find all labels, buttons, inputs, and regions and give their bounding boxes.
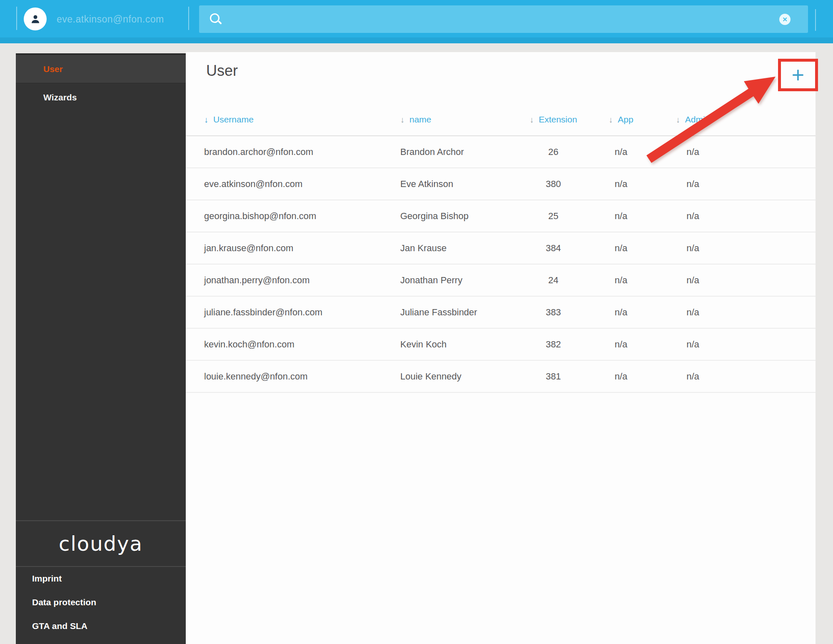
user-table: ↓Username↓name↓Extension↓App↓Admin brand… <box>186 104 816 393</box>
cell-name: Kevin Koch <box>400 328 521 360</box>
cell-filler <box>729 200 816 232</box>
topbar: eve.atkinson@nfon.com ✕ <box>0 0 833 43</box>
topbar-divider <box>188 7 189 30</box>
column-header-label: name <box>409 115 431 124</box>
cell-admin: n/a <box>656 136 729 168</box>
clear-search-icon[interactable]: ✕ <box>779 14 791 25</box>
sidebar-item-label: User <box>43 64 63 74</box>
footer-link-data-protection[interactable]: Data protection <box>32 597 186 608</box>
column-header-filler <box>729 104 816 136</box>
cell-name: Jan Krause <box>400 232 521 264</box>
cell-filler <box>729 264 816 296</box>
table-row[interactable]: juliane.fassbinder@nfon.comJuliane Fassb… <box>186 296 816 328</box>
cell-name: Juliane Fassbinder <box>400 296 521 328</box>
search-icon <box>209 12 222 26</box>
cell-name: Louie Kennedy <box>400 360 521 392</box>
column-header-app[interactable]: ↓App <box>586 104 656 136</box>
cell-username: eve.atkinson@nfon.com <box>186 168 400 200</box>
table-row[interactable]: kevin.koch@nfon.comKevin Koch382n/an/a <box>186 328 816 360</box>
cell-app: n/a <box>586 296 656 328</box>
table-header-row: ↓Username↓name↓Extension↓App↓Admin <box>186 104 816 136</box>
cell-name: Jonathan Perry <box>400 264 521 296</box>
cell-app: n/a <box>586 264 656 296</box>
sidebar: UserWizards cloudya ImprintData protecti… <box>16 53 186 644</box>
cell-extension: 384 <box>521 232 586 264</box>
cell-username: georgina.bishop@nfon.com <box>186 200 400 232</box>
cell-admin: n/a <box>656 168 729 200</box>
sort-down-icon[interactable]: ↓ <box>204 115 208 124</box>
column-header-name[interactable]: ↓name <box>400 104 521 136</box>
cell-extension: 381 <box>521 360 586 392</box>
column-header-label: App <box>618 115 633 124</box>
column-header-extension[interactable]: ↓Extension <box>521 104 586 136</box>
cell-extension: 383 <box>521 296 586 328</box>
cell-filler <box>729 296 816 328</box>
column-header-label: Admin <box>685 115 710 124</box>
add-user-button[interactable]: + <box>781 62 815 88</box>
footer-link-imprint[interactable]: Imprint <box>32 573 186 584</box>
cell-app: n/a <box>586 232 656 264</box>
cell-name: Brandon Archor <box>400 136 521 168</box>
column-header-label: Username <box>213 115 254 124</box>
table-row[interactable]: eve.atkinson@nfon.comEve Atkinson380n/an… <box>186 168 816 200</box>
sort-down-icon[interactable]: ↓ <box>609 115 613 124</box>
column-header-username[interactable]: ↓Username <box>186 104 400 136</box>
sidebar-item-label: Wizards <box>43 92 77 102</box>
cell-extension: 24 <box>521 264 586 296</box>
sort-down-icon[interactable]: ↓ <box>400 115 404 124</box>
cell-username: jonathan.perry@nfon.com <box>186 264 400 296</box>
search-box[interactable]: ✕ <box>199 5 808 33</box>
cell-app: n/a <box>586 136 656 168</box>
sidebar-spacer <box>16 112 186 520</box>
table-row[interactable]: jan.krause@nfon.comJan Krause384n/an/a <box>186 232 816 264</box>
cell-username: jan.krause@nfon.com <box>186 232 400 264</box>
cell-extension: 26 <box>521 136 586 168</box>
column-header-label: Extension <box>539 115 577 124</box>
sort-down-icon[interactable]: ↓ <box>676 115 680 124</box>
sidebar-item-user[interactable]: User <box>16 55 186 83</box>
cell-extension: 25 <box>521 200 586 232</box>
cell-admin: n/a <box>656 232 729 264</box>
cell-username: brandon.archor@nfon.com <box>186 136 400 168</box>
cell-filler <box>729 360 816 392</box>
cell-admin: n/a <box>656 200 729 232</box>
topbar-divider <box>815 9 816 31</box>
page-title: User <box>206 62 238 80</box>
table-row[interactable]: louie.kennedy@nfon.comLouie Kennedy381n/… <box>186 360 816 392</box>
topbar-divider <box>16 7 17 30</box>
table-row[interactable]: jonathan.perry@nfon.comJonathan Perry24n… <box>186 264 816 296</box>
account-email: eve.atkinson@nfon.com <box>57 0 164 37</box>
sidebar-nav: UserWizards <box>16 55 186 112</box>
logo-block: cloudya <box>16 520 186 566</box>
cell-admin: n/a <box>656 328 729 360</box>
sort-down-icon[interactable]: ↓ <box>529 115 534 124</box>
cell-app: n/a <box>586 328 656 360</box>
cell-username: juliane.fassbinder@nfon.com <box>186 296 400 328</box>
cell-username: louie.kennedy@nfon.com <box>186 360 400 392</box>
cell-admin: n/a <box>656 296 729 328</box>
cell-name: Georgina Bishop <box>400 200 521 232</box>
table-body: brandon.archor@nfon.comBrandon Archor26n… <box>186 136 816 392</box>
table-row[interactable]: brandon.archor@nfon.comBrandon Archor26n… <box>186 136 816 168</box>
sidebar-item-wizards[interactable]: Wizards <box>16 83 186 112</box>
table-row[interactable]: georgina.bishop@nfon.comGeorgina Bishop2… <box>186 200 816 232</box>
cell-admin: n/a <box>656 360 729 392</box>
column-header-admin[interactable]: ↓Admin <box>656 104 729 136</box>
user-avatar[interactable] <box>24 7 47 30</box>
cell-app: n/a <box>586 168 656 200</box>
cell-extension: 380 <box>521 168 586 200</box>
footer-link-gta-and-sla[interactable]: GTA and SLA <box>32 620 186 632</box>
cell-filler <box>729 328 816 360</box>
main-panel: User + ↓Username↓name↓Extension↓App↓Admi… <box>186 52 816 644</box>
cell-admin: n/a <box>656 264 729 296</box>
cell-filler <box>729 232 816 264</box>
sidebar-footer: ImprintData protectionGTA and SLA <box>16 566 186 644</box>
search-input[interactable] <box>227 5 776 33</box>
cell-app: n/a <box>586 360 656 392</box>
cell-name: Eve Atkinson <box>400 168 521 200</box>
person-icon <box>29 13 42 25</box>
cell-filler <box>729 136 816 168</box>
cell-extension: 382 <box>521 328 586 360</box>
account-menu-button[interactable]: eve.atkinson@nfon.com <box>21 0 183 37</box>
cloudya-logo: cloudya <box>59 532 143 555</box>
